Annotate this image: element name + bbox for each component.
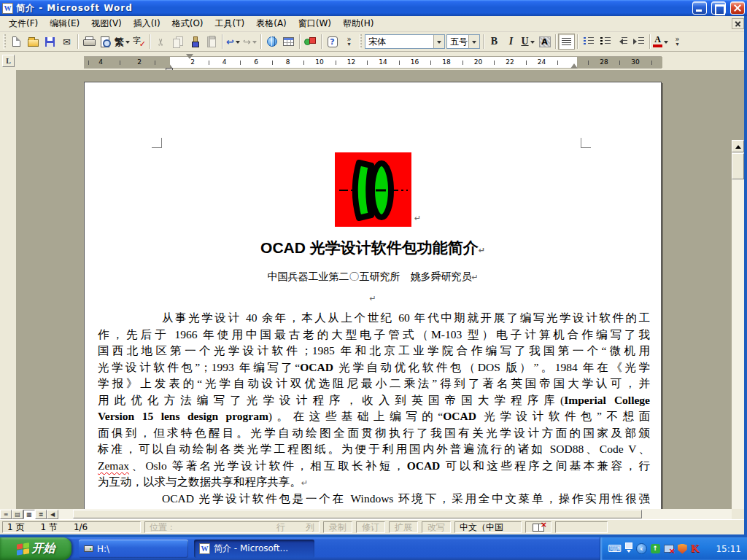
email-button[interactable]: ✉ [58, 34, 75, 50]
word-icon [199, 543, 210, 554]
vertical-scrollbar[interactable] [732, 140, 744, 509]
menu-help[interactable]: 帮助(H) [337, 15, 379, 32]
new-document-button[interactable] [8, 34, 25, 50]
toolbar-options-button-2[interactable] [669, 34, 686, 50]
scroll-left-button[interactable]: ◀ [47, 510, 58, 519]
font-name-combo[interactable]: 宋体 [365, 34, 445, 49]
drawing-button[interactable] [302, 34, 319, 50]
menu-view[interactable]: 视图(V) [85, 15, 128, 32]
font-name-combo-dropdown[interactable] [433, 35, 444, 48]
distribute-button[interactable] [558, 34, 575, 50]
maximize-button[interactable] [711, 1, 726, 15]
taskbar-task-word[interactable]: 简介 - Microsoft... [194, 540, 314, 558]
dropdown-caret-icon[interactable] [125, 41, 130, 46]
tab-selector-button[interactable] [2, 55, 15, 67]
document-page[interactable]: ↵ OCAD 光学设计软件包功能简介↵ 中国兵器工业第二〇五研究所 姚多舜研究员… [84, 82, 662, 509]
normal-view-button[interactable]: ≡ [0, 510, 12, 519]
numbering-button[interactable] [580, 34, 597, 50]
network-tray-icon[interactable] [664, 545, 674, 553]
menu-window[interactable]: 窗口(W) [293, 15, 337, 32]
toolbar-grip[interactable] [360, 34, 362, 49]
start-button[interactable]: 开始 [0, 537, 71, 560]
record-macro-toggle[interactable]: 录制 [323, 521, 352, 533]
body-line: 学报》上发表的“光学自动设计双优选阻尼最小二乘法”得到了著名英国帝国大学认可，并 [98, 376, 650, 392]
char-shading-button[interactable] [536, 34, 553, 50]
extend-selection-toggle[interactable]: 扩展 [389, 521, 418, 533]
web-layout-view-button[interactable]: ▤ [12, 510, 23, 519]
outline-view-button[interactable]: ≣ [35, 510, 47, 519]
ruler-tick [272, 61, 273, 65]
position-panel: 位置： 行 列 [144, 521, 320, 533]
save-button[interactable] [42, 34, 58, 50]
taskbar-task-hdrive[interactable]: H:\ [79, 540, 188, 558]
ruler-number: 14 [379, 58, 387, 66]
undo-button[interactable]: ↩ [225, 34, 241, 50]
bullets-button[interactable] [597, 34, 614, 50]
font-size-combo[interactable]: 五号 [446, 34, 480, 49]
hscrollbar-thumb[interactable] [73, 510, 642, 518]
hide-icons-button[interactable] [636, 543, 647, 554]
scroll-up-button[interactable] [732, 140, 744, 152]
spelling-status-panel[interactable] [525, 521, 551, 533]
minimize-button[interactable] [692, 1, 707, 15]
dropdown-caret-icon[interactable] [236, 41, 240, 46]
font-size-combo-dropdown[interactable] [468, 35, 479, 48]
chinese-convert-button[interactable]: 繁 [114, 34, 131, 50]
window-title: 简介 - Microsoft Word [16, 2, 688, 15]
ruler-tick [367, 61, 368, 65]
save-icon [45, 37, 55, 47]
menu-insert[interactable]: 插入(I) [128, 15, 166, 32]
menu-tools[interactable]: 工具(T) [209, 15, 251, 32]
print-icon [83, 36, 95, 47]
toolbar-grip[interactable] [4, 34, 6, 49]
toolbar-options-button[interactable] [341, 34, 357, 50]
column-label: 列 [306, 521, 314, 534]
print-layout-view-button[interactable]: ▦ [23, 510, 35, 519]
close-button[interactable] [730, 1, 745, 15]
italic-button[interactable]: I [503, 34, 519, 50]
toolbar-separator [321, 34, 322, 49]
section-number: 1 节 [40, 521, 57, 534]
horizontal-scrollbar[interactable]: ≡▤▦≣◀ [0, 509, 732, 519]
bullets-icon [600, 37, 611, 46]
increase-indent-button[interactable] [630, 34, 647, 50]
kingsoft-tray-icon[interactable]: K [691, 543, 700, 554]
body-text-segment: 从事光学设计 40 余年，本人从上个世纪 60 年代中期就开展了编写光学设计软件… [162, 311, 650, 324]
menu-edit[interactable]: 编辑(E) [44, 15, 85, 32]
decrease-indent-button[interactable] [614, 34, 630, 50]
language-bar-icon[interactable] [625, 542, 632, 555]
ruler-number: 24 [538, 58, 546, 66]
spelling-button[interactable] [131, 34, 147, 50]
body-line: OCAD 光学设计软件包是一个在 Windows 环境下，采用全中文菜单，操作实… [98, 491, 650, 508]
document-close-icon[interactable] [732, 18, 744, 29]
ruler-number: 4 [98, 58, 103, 66]
ocad-logo-image[interactable] [335, 152, 411, 227]
help-button[interactable] [324, 34, 341, 50]
update-tray-icon[interactable] [651, 544, 660, 553]
underline-button[interactable]: U [519, 34, 536, 50]
menu-file[interactable]: 文件(F) [3, 15, 44, 32]
hyperlink-button[interactable] [263, 34, 280, 50]
antivirus-tray-icon[interactable] [678, 544, 687, 554]
menu-table[interactable]: 表格(A) [250, 15, 293, 32]
print-preview-button[interactable] [97, 34, 114, 50]
track-changes-toggle[interactable]: 修订 [356, 521, 385, 533]
insert-table-button[interactable] [280, 34, 297, 50]
scrollbar-thumb[interactable] [732, 153, 744, 179]
keyboard-tray-icon[interactable]: ⌨ [608, 544, 622, 553]
overtype-toggle[interactable]: 改写 [422, 521, 451, 533]
dropdown-caret-icon[interactable] [664, 41, 668, 46]
print-button[interactable] [80, 34, 97, 50]
font-color-button[interactable] [652, 34, 669, 50]
body-text[interactable]: 从事光学设计 40 余年，本人从上个世纪 60 年代中期就开展了编写光学设计软件… [98, 310, 650, 507]
menu-format[interactable]: 格式(O) [166, 15, 209, 32]
dropdown-caret-icon[interactable] [252, 41, 257, 46]
task-label: H:\ [97, 544, 109, 554]
paste-button [203, 34, 220, 50]
dropdown-caret-icon[interactable] [530, 41, 535, 46]
format-painter-button[interactable] [186, 34, 203, 50]
bold-button[interactable]: B [486, 34, 503, 50]
body-line: 国西北地区第一个光学设计软件；1985 年和北京工业学院合作编写了我国第一个“微… [98, 343, 650, 359]
taskbar-clock: 15:11 [716, 544, 741, 554]
open-button[interactable] [25, 34, 42, 50]
